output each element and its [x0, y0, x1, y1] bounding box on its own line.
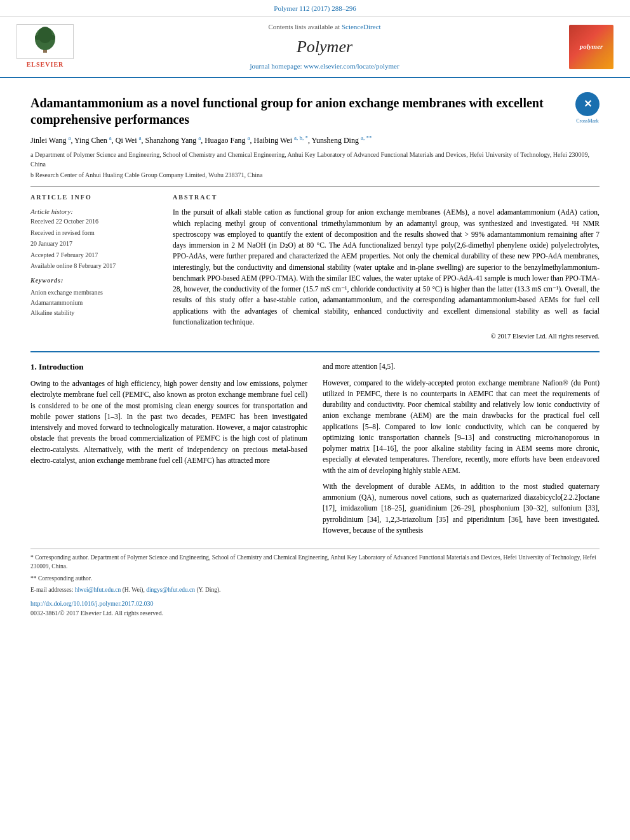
intro-section-title: Introduction — [39, 362, 84, 371]
email-2-link[interactable]: dingys@hfut.edu.cn — [146, 587, 195, 593]
sciencedirect-link[interactable]: ScienceDirect — [342, 23, 381, 30]
email-label: E-mail addresses: — [30, 587, 73, 593]
affiliation-a: a Department of Polymer Science and Engi… — [30, 150, 600, 169]
footnote-double-star: ** Corresponding author. — [30, 574, 600, 583]
email-2-person: (Y. Ding). — [196, 587, 220, 593]
footnotes-section: * Corresponding author. Department of Po… — [30, 549, 600, 618]
author-huagao-sup: a — [248, 135, 250, 141]
keywords-list: Anion exchange membranes Adamantammonium… — [30, 288, 158, 318]
keywords-heading: Keywords: — [30, 276, 158, 286]
received-revised-date: 20 January 2017 — [30, 239, 158, 249]
svg-point-3 — [35, 35, 40, 40]
intro-section-number: 1. — [30, 362, 37, 371]
author-ying: Ying Chen — [74, 136, 107, 145]
abstract-column: ABSTRACT In the pursuit of alkali stable… — [173, 193, 600, 341]
contents-label-text: Contents lists available at — [268, 23, 340, 30]
footnote-star: * Corresponding author. Department of Po… — [30, 553, 600, 571]
polymer-logo-text: polymer — [580, 42, 603, 52]
polymer-logo-box: polymer — [569, 25, 613, 69]
doi-line[interactable]: http://dx.doi.org/10.1016/j.polymer.2017… — [30, 599, 600, 609]
article-info-heading: ARTICLE INFO — [30, 193, 158, 203]
author-haibing: Haibing Wei — [254, 136, 292, 145]
journal-center-info: Contents lists available at ScienceDirec… — [90, 22, 559, 72]
intro-left-column: 1. Introduction Owing to the advantages … — [30, 361, 307, 541]
email-1-link[interactable]: hlwei@hfut.edu.cn — [75, 587, 121, 593]
available-online: Available online 8 February 2017 — [30, 262, 158, 271]
elsevier-logo-svg — [20, 26, 70, 57]
footnote-emails: E-mail addresses: hlwei@hfut.edu.cn (H. … — [30, 585, 600, 594]
article-history-block: Article history: Received 22 October 201… — [30, 207, 158, 270]
section-divider-blue — [30, 351, 600, 352]
journal-reference-bar: Polymer 112 (2017) 288–296 — [0, 0, 630, 17]
received-date: Received 22 October 2016 — [30, 217, 158, 227]
affiliations: a Department of Polymer Science and Engi… — [30, 150, 600, 180]
elsevier-tree-logo — [17, 24, 74, 59]
svg-point-2 — [38, 27, 52, 43]
polymer-logo-right: polymer — [569, 25, 620, 69]
journal-ref-text: Polymer 112 (2017) 288–296 — [274, 4, 356, 12]
journal-header: ELSEVIER Contents lists available at Sci… — [0, 17, 630, 78]
history-label: Article history: — [30, 207, 158, 217]
affiliation-b: b Research Center of Anhui Hualing Cable… — [30, 170, 600, 180]
author-shanzhong-sup: a — [198, 135, 201, 141]
abstract-text: In the pursuit of alkali stable cation a… — [173, 207, 600, 328]
homepage-label: journal homepage: — [250, 62, 302, 70]
author-haibing-sup: a, b, * — [294, 135, 308, 141]
author-ying-sup: a — [109, 135, 112, 141]
section-divider-1 — [30, 186, 600, 187]
author-huagao: Huagao Fang — [204, 136, 245, 145]
intro-para-4: With the development of durable AEMs, in… — [323, 481, 600, 536]
crossmark-icon: ✕ — [575, 92, 600, 116]
keywords-section: Keywords: Anion exchange membranes Adama… — [30, 276, 158, 319]
email-1-person: (H. Wei), — [123, 587, 145, 593]
author-yunsheng-sup: a, ** — [361, 135, 372, 141]
keyword-2: Adamantammonium — [30, 298, 158, 308]
contents-available-line: Contents lists available at ScienceDirec… — [90, 22, 559, 32]
doi-text: http://dx.doi.org/10.1016/j.polymer.2017… — [30, 600, 153, 607]
journal-homepage-line: journal homepage: www.elsevier.com/locat… — [90, 62, 559, 72]
crossmark-label: CrossMark — [575, 117, 600, 125]
keyword-1: Anion exchange membranes — [30, 288, 158, 298]
intro-right-column: and more attention [4,5]. However, compa… — [323, 361, 600, 541]
elsevier-brand-name: ELSEVIER — [27, 60, 64, 70]
article-title: Adamantammonium as a novel functional gr… — [30, 95, 600, 128]
keyword-3: Alkaline stability — [30, 308, 158, 318]
received-revised-label: Received in revised form — [30, 229, 158, 238]
abstract-heading: ABSTRACT — [173, 193, 600, 203]
authors-line: Jinlei Wang a, Ying Chen a, Qi Wei a, Sh… — [30, 134, 600, 146]
issn-line: 0032-3861/© 2017 Elsevier Ltd. All right… — [30, 609, 600, 618]
article-info-column: ARTICLE INFO Article history: Received 2… — [30, 193, 158, 341]
author-shanzhong: Shanzhong Yang — [145, 136, 197, 145]
intro-para-2: and more attention [4,5]. — [323, 361, 600, 372]
accepted-date: Accepted 7 February 2017 — [30, 251, 158, 260]
homepage-link[interactable]: www.elsevier.com/locate/polymer — [304, 62, 399, 70]
copyright-line: © 2017 Elsevier Ltd. All rights reserved… — [173, 331, 600, 341]
intro-para-2-text: and more attention [4,5]. — [323, 363, 395, 370]
journal-name-display: Polymer — [90, 35, 559, 59]
article-info-abstract-section: ARTICLE INFO Article history: Received 2… — [30, 193, 600, 341]
author-jinlei-sup: a — [68, 135, 70, 141]
paper-body: ✕ CrossMark Adamantammonium as a novel f… — [0, 78, 630, 634]
svg-point-4 — [50, 35, 55, 40]
intro-para-1: Owing to the advantages of high efficien… — [30, 378, 307, 466]
crossmark-badge[interactable]: ✕ CrossMark — [575, 92, 600, 116]
author-qi-sup: a — [139, 135, 142, 141]
author-jinlei: Jinlei Wang — [30, 136, 66, 145]
author-yunsheng: Yunsheng Ding — [312, 136, 359, 145]
elsevier-logo-area: ELSEVIER — [10, 24, 80, 70]
intro-para-3: However, compared to the widely-accepted… — [323, 378, 600, 476]
author-qi: Qi Wei — [116, 136, 137, 145]
intro-section-heading: 1. Introduction — [30, 361, 307, 373]
introduction-section: 1. Introduction Owing to the advantages … — [30, 361, 600, 541]
